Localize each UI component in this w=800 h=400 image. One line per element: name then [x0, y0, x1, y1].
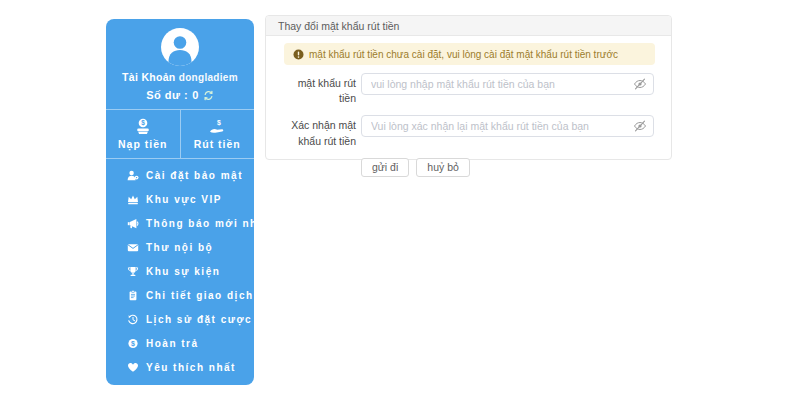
- account-label: Tài Khoản: [122, 71, 175, 83]
- withdraw-password-input[interactable]: [361, 73, 654, 95]
- balance-label: Số dư :: [146, 89, 188, 101]
- sidebar: Tài Khoản dongladiem Số dư : 0: [106, 19, 254, 385]
- sidebar-item-events-zone[interactable]: Khu sự kiện: [106, 259, 254, 283]
- svg-text:$: $: [217, 119, 221, 127]
- sidebar-item-internal-mail[interactable]: Thư nội bộ: [106, 235, 254, 259]
- sidebar-item-transaction-details[interactable]: Chi tiết giao dịch: [106, 283, 254, 307]
- money-actions: $ Nạp tiền $ Rút tiền: [106, 110, 254, 158]
- sidebar-item-vip-zone[interactable]: Khu vực VIP: [106, 187, 254, 211]
- warning-icon: [293, 49, 304, 60]
- balance-value: 0: [192, 89, 199, 101]
- avatar: [161, 28, 199, 66]
- sidebar-item-label: Lịch sử đặt cược: [146, 314, 252, 325]
- username: dongladiem: [179, 72, 238, 83]
- confirm-password-input[interactable]: [361, 115, 654, 137]
- svg-text:$: $: [141, 119, 145, 127]
- eye-slash-icon[interactable]: [633, 120, 647, 132]
- deposit-coin-icon: $: [134, 118, 152, 135]
- trophy-icon: [127, 266, 139, 277]
- svg-text:$: $: [131, 340, 135, 348]
- withdraw-button[interactable]: $ Rút tiền: [180, 110, 255, 158]
- eye-slash-icon[interactable]: [633, 78, 647, 90]
- sidebar-item-label: Thông báo mới nhất: [146, 218, 270, 229]
- sidebar-item-security-settings[interactable]: Cài đặt bảo mật: [106, 163, 254, 187]
- user-cog-icon: [127, 170, 139, 181]
- sidebar-item-label: Thư nội bộ: [146, 242, 213, 253]
- sidebar-item-label: Khu vực VIP: [146, 194, 222, 205]
- cancel-button[interactable]: huỷ bỏ: [416, 158, 470, 177]
- withdraw-password-label: mật khẩu rút tiền: [284, 73, 356, 106]
- sidebar-item-favorites[interactable]: Yêu thích nhất: [106, 355, 254, 379]
- balance-line: Số dư : 0: [106, 89, 254, 101]
- refresh-balance-icon[interactable]: [203, 90, 214, 101]
- sidebar-item-label: Yêu thích nhất: [146, 362, 236, 373]
- deposit-button[interactable]: $ Nạp tiền: [106, 110, 180, 158]
- account-name-line: Tài Khoản dongladiem: [106, 71, 254, 83]
- sidebar-menu: Cài đặt bảo mật Khu vực VIP: [106, 159, 254, 385]
- history-icon: [127, 314, 139, 325]
- sidebar-item-label: Chi tiết giao dịch: [146, 290, 254, 301]
- sidebar-item-label: Khu sự kiện: [146, 266, 220, 277]
- bullhorn-icon: [127, 218, 139, 229]
- confirm-password-label: Xác nhận mật khẩu rút tiền: [284, 115, 356, 148]
- warning-alert: mật khẩu rút tiền chưa cài đặt, vui lòng…: [284, 43, 655, 65]
- sidebar-item-latest-announcements[interactable]: Thông báo mới nhất: [106, 211, 254, 235]
- account-section: Tài Khoản dongladiem Số dư : 0: [106, 19, 254, 109]
- warning-text: mật khẩu rút tiền chưa cài đặt, vui lòng…: [309, 49, 618, 60]
- change-withdraw-password-panel: Thay đổi mật khẩu rút tiền mật khẩu rút …: [265, 15, 672, 160]
- crown-icon: [127, 194, 139, 205]
- sidebar-item-label: Hoàn trả: [146, 338, 199, 349]
- confirm-password-row: Xác nhận mật khẩu rút tiền: [284, 115, 654, 148]
- withdraw-label: Rút tiền: [194, 138, 241, 150]
- submit-button[interactable]: gửi đi: [361, 158, 409, 177]
- withdraw-hand-icon: $: [208, 118, 226, 135]
- refund-icon: $: [127, 338, 139, 349]
- sidebar-item-label: Cài đặt bảo mật: [146, 170, 243, 181]
- sidebar-item-bet-history[interactable]: Lịch sử đặt cược: [106, 307, 254, 331]
- envelope-icon: [127, 242, 139, 253]
- heart-icon: [127, 362, 139, 373]
- panel-header: Thay đổi mật khẩu rút tiền: [266, 16, 671, 36]
- sidebar-item-rebate[interactable]: $ Hoàn trả: [106, 331, 254, 355]
- form-actions: gửi đi huỷ bỏ: [361, 158, 671, 177]
- deposit-label: Nạp tiền: [118, 138, 167, 150]
- page: Tài Khoản dongladiem Số dư : 0: [0, 0, 800, 400]
- panel-title: Thay đổi mật khẩu rút tiền: [278, 20, 399, 32]
- withdraw-password-row: mật khẩu rút tiền: [284, 73, 654, 106]
- clipboard-icon: [127, 290, 139, 301]
